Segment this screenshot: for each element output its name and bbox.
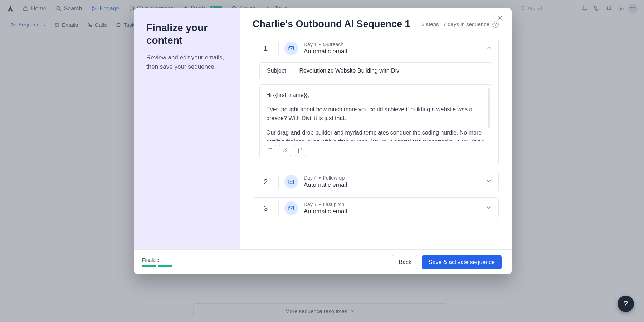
editor-toolbar: T { } (260, 141, 492, 159)
sequence-meta: 3 steps | 7 days in sequence ? (421, 21, 499, 28)
chevron-down-icon (486, 178, 492, 186)
scrollbar[interactable] (488, 88, 490, 128)
email-icon (284, 175, 298, 189)
progress-bar (142, 265, 172, 267)
email-body-editor[interactable]: Hi {{first_name}}, Ever thought about ho… (259, 84, 492, 159)
help-fab[interactable]: ? (618, 296, 634, 312)
step-number: 3 (253, 201, 279, 215)
step-header-2[interactable]: 2 Day 4•Follow-up Automatic email (253, 171, 498, 192)
modal-main-panel: Charlie's Outbound AI Sequence 1 3 steps… (240, 8, 512, 249)
chevron-up-icon (486, 44, 492, 52)
text-format-button[interactable]: T (264, 145, 276, 156)
subject-row[interactable]: Subject Revolutionize Website Building w… (259, 62, 492, 79)
sequence-title: Charlie's Outbound AI Sequence 1 (253, 19, 410, 30)
subject-label: Subject (260, 63, 293, 79)
subject-value[interactable]: Revolutionize Website Building with Divi (293, 63, 492, 79)
step-card-1: 1 Day 1•Outreach Automatic email Subject… (253, 38, 499, 166)
email-icon (284, 42, 298, 55)
finalize-modal: Finalize your content Review and edit yo… (134, 8, 512, 274)
link-button[interactable] (279, 145, 291, 156)
chevron-down-icon (486, 204, 492, 212)
step-header-3[interactable]: 3 Day 7•Last pitch Automatic email (253, 198, 498, 219)
save-activate-button[interactable]: Save & activate sequence (422, 255, 502, 269)
close-button[interactable] (495, 13, 505, 23)
email-icon (284, 201, 298, 215)
step-number: 2 (253, 175, 279, 189)
step-card-3: 3 Day 7•Last pitch Automatic email (253, 197, 499, 219)
step-card-2: 2 Day 4•Follow-up Automatic email (253, 171, 499, 192)
side-title: Finalize your content (146, 21, 228, 47)
back-button[interactable]: Back (392, 255, 418, 269)
step-header-1[interactable]: 1 Day 1•Outreach Automatic email (253, 38, 498, 59)
modal-side-panel: Finalize your content Review and edit yo… (134, 8, 240, 249)
progress-label: Finalize (142, 257, 172, 263)
variable-button[interactable]: { } (294, 145, 306, 156)
step-number: 1 (253, 42, 279, 55)
modal-footer: Finalize Back Save & activate sequence (134, 249, 512, 274)
grammarly-icon (481, 140, 485, 141)
side-description: Review and edit your emails, then save y… (146, 53, 228, 72)
